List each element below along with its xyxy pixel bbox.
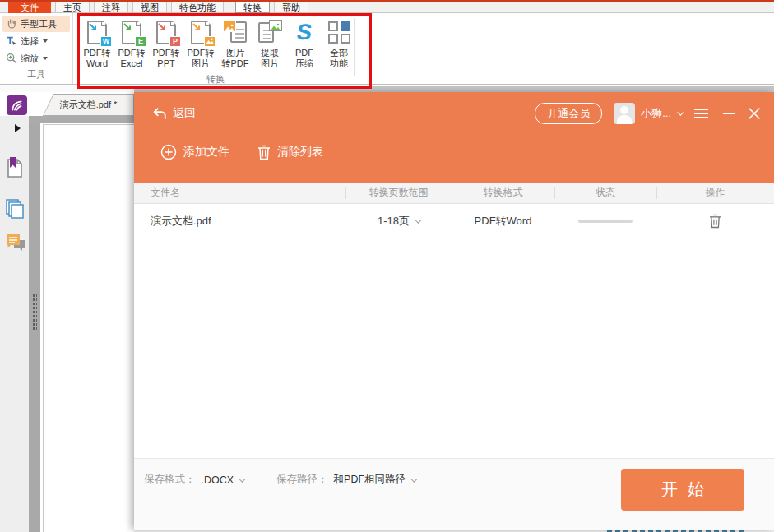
hand-tool-label: 手型工具: [21, 18, 57, 30]
col-status: 状态: [554, 186, 656, 200]
header-divider: [452, 187, 452, 199]
progress-bar: [578, 220, 633, 223]
pdf-to-word-icon: W: [87, 16, 107, 48]
caret-down-icon: [43, 39, 48, 43]
ribbon-button-group: W PDF转 Word E PDF转 Excel: [80, 16, 356, 69]
tab-bar: 演示文档.pdf *: [0, 92, 134, 116]
user-chevron-down-icon[interactable]: [677, 109, 684, 115]
back-arrow-icon: [152, 107, 167, 121]
row-status: [554, 220, 656, 223]
col-filename: 文件名: [134, 186, 345, 200]
menu-hamburger-icon[interactable]: [694, 106, 708, 121]
converter-panel: 返回 开通会员 小狮... 添加文件 清除列表: [134, 92, 774, 530]
extract-images-icon: [257, 16, 282, 48]
ribbon-group-label: 转换: [80, 73, 351, 86]
start-button[interactable]: 开始: [621, 469, 744, 511]
tools-group-label: 工具: [0, 68, 72, 81]
zoom-tool-button[interactable]: 缩放: [2, 50, 70, 67]
all-features-grid-icon: [328, 16, 350, 48]
hand-tool-button[interactable]: 手型工具: [2, 16, 70, 32]
trash-icon: [257, 145, 271, 160]
extract-images-button[interactable]: 提取 图片: [253, 16, 287, 69]
page-range-dropdown[interactable]: 1-18页: [345, 214, 452, 229]
caret-down-icon: [43, 57, 48, 60]
pdf-to-excel-icon: E: [122, 16, 141, 48]
menu-tab-help[interactable]: 帮助: [274, 2, 308, 13]
menu-bar: 文件 主页 注释 视图 特色功能 转换 帮助: [0, 2, 774, 13]
ribbon-divider: [354, 18, 355, 76]
username: 小狮...: [641, 106, 671, 121]
select-tool-button[interactable]: 选择: [2, 33, 70, 49]
col-page-range: 转换页数范围: [345, 186, 452, 200]
hand-icon: [5, 18, 17, 30]
pdf-to-excel-button[interactable]: E PDF转 Excel: [114, 16, 149, 69]
chevron-down-icon: [415, 216, 421, 223]
document-tab[interactable]: 演示文档.pdf *: [43, 94, 134, 116]
add-files-label: 添加文件: [183, 145, 229, 160]
sidebar-splitter[interactable]: [29, 123, 40, 532]
add-files-button[interactable]: 添加文件: [160, 144, 229, 160]
menu-tab-convert[interactable]: 转换: [235, 2, 270, 13]
comments-icon[interactable]: [6, 234, 26, 253]
pdf-to-ppt-button[interactable]: P PDF转 PPT: [149, 16, 183, 69]
open-vip-button[interactable]: 开通会员: [535, 103, 602, 124]
image-to-pdf-icon: [223, 16, 248, 48]
pdf-compress-button[interactable]: S PDF 压缩: [287, 16, 322, 69]
pdf-compress-icon: S: [297, 16, 312, 48]
left-sidebar: [0, 116, 29, 532]
trash-icon: [709, 214, 721, 229]
save-format-label: 保存格式：: [144, 473, 196, 487]
chevron-down-icon[interactable]: [239, 475, 245, 482]
save-path-dropdown[interactable]: 和PDF相同路径: [334, 473, 406, 487]
zoom-tool-label: 缩放: [21, 53, 39, 65]
row-delete-button[interactable]: [656, 214, 774, 229]
document-page: [43, 124, 135, 532]
col-actions: 操作: [656, 186, 774, 200]
menu-tab-annotate[interactable]: 注释: [94, 2, 128, 13]
header-divider: [345, 187, 346, 199]
bookmarks-icon[interactable]: [6, 157, 24, 178]
chevron-down-icon[interactable]: [410, 475, 417, 482]
menu-tab-home[interactable]: 主页: [55, 2, 90, 13]
document-tab-label: 演示文档.pdf *: [60, 99, 118, 111]
header-divider: [656, 187, 657, 199]
save-path-label: 保存路径：: [276, 473, 328, 487]
tab-bar-band-left: [0, 86, 134, 92]
pdf-to-image-button[interactable]: PDF转 图片: [183, 16, 218, 69]
splitter-handle[interactable]: [32, 294, 37, 330]
clear-list-button[interactable]: 清除列表: [257, 145, 323, 160]
menu-tab-features[interactable]: 特色功能: [171, 2, 224, 13]
image-to-pdf-button[interactable]: 图片 转PDF: [218, 16, 253, 69]
plus-circle-icon: [160, 144, 177, 160]
menu-tab-view[interactable]: 视图: [132, 2, 167, 13]
app-logo-icon[interactable]: [7, 95, 27, 115]
app-window: 文件 主页 注释 视图 特色功能 转换 帮助 手型工具 选择: [0, 0, 774, 532]
converter-footer: 保存格式： .DOCX 保存路径： 和PDF相同路径 开始: [134, 458, 774, 530]
panel-expand-icon[interactable]: [15, 124, 21, 132]
pdf-to-word-button[interactable]: W PDF转 Word: [80, 16, 114, 69]
save-format-dropdown[interactable]: .DOCX: [202, 474, 234, 486]
header-divider: [554, 187, 555, 199]
menu-tab-file[interactable]: 文件: [8, 2, 51, 13]
table-header: 文件名 转换页数范围 转换格式 状态 操作: [134, 183, 774, 204]
magnifier-plus-icon: [5, 53, 17, 65]
clear-list-label: 清除列表: [277, 145, 323, 160]
minimize-icon[interactable]: [723, 113, 735, 114]
pdf-to-ppt-icon: P: [156, 16, 176, 48]
page-thumbnails-icon[interactable]: [6, 199, 25, 219]
ribbon: 手型工具 选择 缩放 工具: [0, 13, 774, 85]
tools-panel: 手型工具 选择 缩放 工具: [0, 13, 73, 84]
back-label: 返回: [173, 106, 196, 121]
document-area: [40, 123, 134, 532]
converter-header: 返回 开通会员 小狮... 添加文件 清除列表: [134, 92, 774, 183]
all-features-button[interactable]: 全部 功能: [322, 16, 356, 69]
close-icon[interactable]: [749, 108, 760, 119]
row-format: PDF转Word: [452, 214, 554, 229]
select-tool-label: 选择: [21, 35, 39, 48]
back-button[interactable]: 返回: [152, 106, 196, 121]
table-row: 演示文档.pdf 1-18页 PDF转Word: [134, 204, 774, 238]
text-select-icon: [5, 35, 17, 48]
row-file-name: 演示文档.pdf: [134, 214, 345, 229]
avatar[interactable]: [614, 103, 635, 124]
tab-strip: [29, 116, 134, 123]
